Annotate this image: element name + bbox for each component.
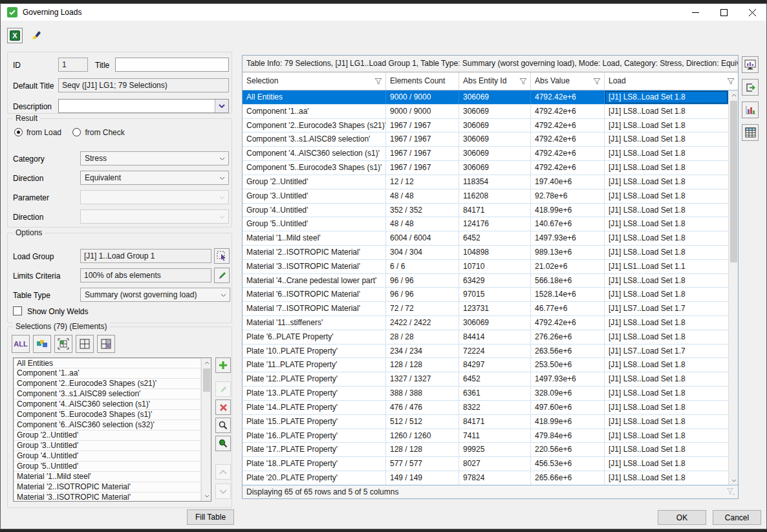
cell-selection[interactable]: Material '3..ISOTROPIC Material' [243,260,386,273]
list-item[interactable]: Material '1..Mild steel' [14,472,201,482]
minimize-button[interactable] [681,4,709,21]
cell-load[interactable]: [J1] LS1..Load Set 1.1 [605,260,728,273]
select-entities-button[interactable] [33,335,51,353]
table-row[interactable]: Plate '16..PLATE Property' 1260 / 1260 7… [243,429,728,443]
cell-load[interactable]: [J1] LS8..Load Set 1.8 [605,471,728,485]
cell-load[interactable]: [J1] LS8..Load Set 1.8 [605,358,728,372]
table-row[interactable]: Plate '11..PLATE Property' 128 / 128 842… [243,358,728,372]
cell-abs-entity-id[interactable]: 72224 [459,345,531,358]
cell-abs-entity-id[interactable]: 104898 [459,246,531,259]
cell-abs-entity-id[interactable]: 306069 [459,133,531,146]
cell-load[interactable]: [J1] LS8..Load Set 1.8 [605,457,728,471]
table-row[interactable]: Group '2..Untitled' 12 / 12 118354 197.4… [243,175,728,189]
cell-abs-value[interactable]: 46.77e+6 [531,302,605,315]
table-row[interactable]: Material '11..stiffeners' 2422 / 2422 30… [243,316,728,330]
cell-abs-entity-id[interactable]: 123731 [459,302,531,315]
table-row[interactable]: Component '3..s1.AISC89 selection' 1967 … [243,133,728,147]
list-item[interactable]: Component '3..s1.AISC89 selection' [14,389,201,399]
cell-elements-count[interactable]: 149 / 149 [386,471,459,485]
cell-elements-count[interactable]: 1967 / 1967 [386,147,459,160]
cell-selection[interactable]: Plate '15..PLATE Property' [243,415,386,429]
cell-load[interactable]: [J1] LS8..Load Set 1.8 [605,316,728,330]
cell-load[interactable]: [J1] LS8..Load Set 1.8 [605,415,728,429]
cell-abs-value[interactable]: 1497.93e+6 [531,372,605,386]
table-row[interactable]: All Entities 9000 / 9000 306069 4792.42e… [243,90,728,105]
column-header[interactable]: Abs Entity Id [459,72,531,90]
cell-selection[interactable]: Material '4..Crane pedestal lower part' [243,274,386,288]
cell-load[interactable]: [J1] LS8..Load Set 1.8 [605,288,728,301]
cell-abs-value[interactable]: 4792.42e+6 [531,90,605,104]
filter-icon[interactable] [374,78,382,85]
cell-elements-count[interactable]: 28 / 28 [386,330,459,344]
cell-selection[interactable]: All Entities [243,90,386,104]
list-item[interactable]: Component '5..Eurocode3 Shapes (s1)' [14,410,201,420]
ok-button[interactable]: OK [658,510,706,525]
cell-abs-entity-id[interactable]: 8027 [459,457,531,471]
add-selection-button[interactable] [215,357,231,373]
cell-selection[interactable]: Component '3..s1.AISC89 selection' [243,133,386,146]
cell-abs-entity-id[interactable]: 124176 [459,217,531,231]
cell-abs-entity-id[interactable]: 306069 [459,105,531,118]
cell-abs-value[interactable]: 4792.42e+6 [531,316,605,330]
cell-abs-value[interactable]: 418.99e+6 [531,415,605,429]
cell-abs-value[interactable]: 276.26e+6 [531,330,605,344]
cell-abs-entity-id[interactable]: 84171 [459,415,531,429]
scroll-thumb[interactable] [203,368,210,392]
column-header[interactable]: Load [605,72,738,90]
list-item[interactable]: Component '2..Eurocode3 Shapes (s21)' [14,379,201,389]
table-row[interactable]: Group '3..Untitled' 48 / 48 116208 92.78… [243,189,728,204]
cell-abs-value[interactable]: 197.40e+6 [531,175,605,189]
table-row[interactable]: Plate '15..PLATE Property' 512 / 512 841… [243,415,728,429]
cell-abs-entity-id[interactable]: 84297 [459,358,531,372]
cell-selection[interactable]: Material '7..ISOTROPIC Material' [243,302,386,315]
list-item[interactable]: Material '2..ISOTROPIC Material' [14,482,201,493]
cell-elements-count[interactable]: 352 / 352 [386,204,459,217]
cell-load[interactable]: [J1] LS8..Load Set 1.8 [605,119,728,133]
cell-abs-entity-id[interactable]: 84414 [459,330,531,344]
cell-selection[interactable]: Group '4..Untitled' [243,204,386,217]
fill-table-button[interactable]: Fill Table [187,509,234,525]
table-row[interactable]: Material '2..ISOTROPIC Material' 304 / 3… [243,246,728,260]
cell-load[interactable]: [J1] LS8..Load Set 1.8 [605,105,728,118]
cell-elements-count[interactable]: 234 / 234 [386,345,459,358]
table-row[interactable]: Group '5..Untitled' 48 / 48 124176 140.6… [243,217,728,231]
table-row[interactable]: Component '1..aa' 9000 / 9000 306069 479… [243,105,728,119]
column-header[interactable]: Selection [243,72,386,90]
cell-selection[interactable]: Material '2..ISOTROPIC Material' [243,246,386,259]
scroll-up-icon[interactable] [729,90,739,100]
cell-load[interactable]: [J1] LS8..Load Set 1.8 [605,161,728,175]
table-row[interactable]: Plate '12..PLATE Property' 1327 / 1327 6… [243,372,728,387]
cell-load[interactable]: [J1] LS8..Load Set 1.8 [605,217,728,231]
description-dropdown-button[interactable] [215,100,228,112]
delete-selection-button[interactable] [215,399,231,415]
cell-elements-count[interactable]: 6004 / 6004 [386,231,459,245]
cell-abs-value[interactable]: 265.66e+6 [531,471,605,485]
list-item[interactable]: Component '6..AISC360 selection (s32)' [14,420,201,431]
cell-load[interactable]: [J1] LS8..Load Set 1.8 [605,443,728,456]
table-row[interactable]: Component '5..Eurocode3 Shapes (s1)' 196… [243,161,728,175]
cell-selection[interactable]: Plate '18..PLATE Property' [243,457,386,471]
cell-load[interactable]: [J1] LS7..Load Set 1.7 [605,345,728,358]
cell-selection[interactable]: Component '2..Eurocode3 Shapes (s21)' [243,119,386,133]
table-row[interactable]: Material '1..Mild steel' 6004 / 6004 645… [243,231,728,246]
cell-elements-count[interactable]: 96 / 96 [386,288,459,301]
cell-abs-entity-id[interactable]: 6452 [459,231,531,245]
cell-abs-value[interactable]: 220.56e+6 [531,443,605,456]
cell-elements-count[interactable]: 9000 / 9000 [386,90,459,104]
close-button[interactable] [738,4,766,21]
cell-elements-count[interactable]: 512 / 512 [386,415,459,429]
scroll-down-icon[interactable] [729,476,739,485]
cell-abs-entity-id[interactable]: 10710 [459,260,531,273]
cell-abs-value[interactable]: 4792.42e+6 [531,119,605,133]
table-row[interactable]: Material '6..ISOTROPIC Material' 96 / 96… [243,288,728,302]
cell-load[interactable]: [J1] LS8..Load Set 1.8 [605,372,728,386]
cell-selection[interactable]: Plate '13..PLATE Property' [243,387,386,400]
cell-abs-value[interactable]: 4792.42e+6 [531,105,605,118]
cell-elements-count[interactable]: 128 / 128 [386,443,459,456]
cell-elements-count[interactable]: 1327 / 1327 [386,372,459,386]
filter-icon[interactable] [727,78,735,85]
cell-abs-entity-id[interactable]: 306069 [459,161,531,175]
table-type-combo[interactable]: Summary (worst governing load) [80,288,230,302]
scroll-up-icon[interactable] [202,358,211,368]
selections-list[interactable]: All EntitiesComponent '1..aa'Component '… [13,357,211,502]
